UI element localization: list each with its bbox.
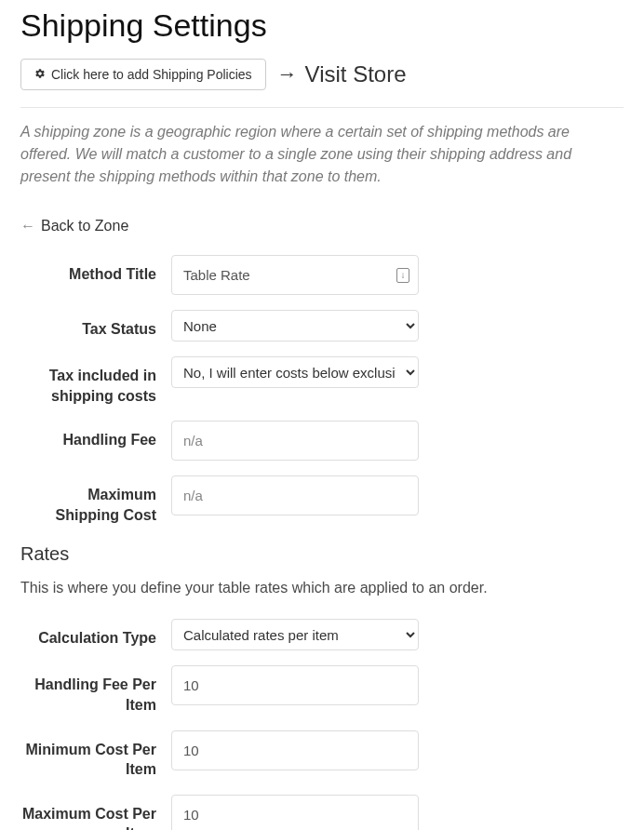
visit-store-label: Visit Store [305,61,407,87]
gear-icon [34,67,46,82]
tax-status-select[interactable]: None [171,310,419,341]
rates-title: Rates [20,543,624,565]
autofill-icon: ↓ [396,268,409,283]
tax-included-label: Tax included in shipping costs [20,356,156,406]
calc-type-select[interactable]: Calculated rates per item [171,619,419,650]
header-actions: Click here to add Shipping Policies → Vi… [20,59,624,90]
arrow-left-icon: ← [20,218,35,234]
handling-fee-label: Handling Fee [20,421,156,450]
visit-store-link[interactable]: → Visit Store [277,61,407,87]
calc-type-label: Calculation Type [20,619,156,649]
arrow-right-icon: → [277,62,298,87]
calc-type-row: Calculation Type Calculated rates per it… [20,619,624,650]
min-cost-per-item-input[interactable] [171,730,419,770]
page-title: Shipping Settings [20,7,624,44]
shipping-zone-description: A shipping zone is a geographic region w… [20,121,624,188]
max-shipping-cost-row: Maximum Shipping Cost [20,475,624,525]
back-to-zone-link[interactable]: ← Back to Zone [20,218,128,234]
handling-fee-per-item-row: Handling Fee Per Item [20,665,624,715]
min-cost-per-item-label: Minimum Cost Per Item [20,730,156,780]
max-cost-per-item-label: Maximum Cost Per Item [20,795,156,830]
max-shipping-cost-input[interactable] [171,475,419,515]
tax-status-label: Tax Status [20,310,156,340]
divider [20,107,624,108]
handling-fee-row: Handling Fee [20,421,624,461]
method-title-label: Method Title [20,255,156,285]
tax-status-row: Tax Status None [20,310,624,341]
max-shipping-cost-label: Maximum Shipping Cost [20,475,156,525]
back-to-zone-label: Back to Zone [41,218,128,234]
handling-fee-per-item-input[interactable] [171,665,419,705]
max-cost-per-item-row: Maximum Cost Per Item [20,795,624,830]
method-title-input[interactable] [171,255,419,295]
handling-fee-input[interactable] [171,421,419,461]
add-shipping-policies-button[interactable]: Click here to add Shipping Policies [20,59,266,90]
tax-included-row: Tax included in shipping costs No, I wil… [20,356,624,406]
add-shipping-policies-label: Click here to add Shipping Policies [51,67,252,82]
tax-included-select[interactable]: No, I will enter costs below exclusive o… [171,356,419,388]
method-title-row: Method Title ↓ [20,255,624,295]
max-cost-per-item-input[interactable] [171,795,419,830]
handling-fee-per-item-label: Handling Fee Per Item [20,665,156,715]
min-cost-per-item-row: Minimum Cost Per Item [20,730,624,780]
rates-description: This is where you define your table rate… [20,580,624,596]
